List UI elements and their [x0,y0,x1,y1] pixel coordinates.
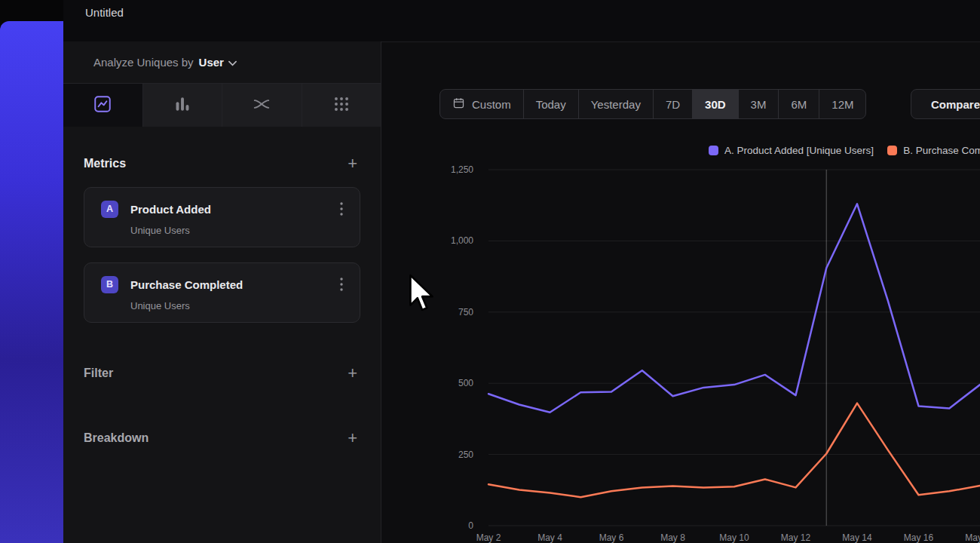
flows-icon [252,94,271,117]
range-today-button[interactable]: Today [523,90,578,118]
add-filter-button[interactable]: + [345,365,360,382]
breakdown-title: Breakdown [84,431,149,445]
chart-type-tabs [63,84,381,127]
svg-text:750: 750 [458,307,473,318]
range-label: Custom [472,98,511,111]
series-b-swatch [887,146,897,155]
svg-text:250: 250 [458,449,473,460]
svg-text:May 16: May 16 [904,532,934,543]
metric-card-purchase-completed[interactable]: B Purchase Completed Unique Users [84,262,360,323]
svg-text:May 18: May 18 [965,532,980,543]
series-a-swatch [709,146,718,155]
retention-grid-icon [332,94,351,117]
svg-text:May 6: May 6 [599,532,624,543]
analyze-by-value: User [199,56,224,69]
range-custom-button[interactable]: Custom [440,90,523,118]
metric-badge: A [101,201,118,218]
series-a-label: A. Product Added [Unique Users] [724,145,874,156]
chevron-down-icon [228,56,237,69]
metric-options-kebab-icon[interactable] [335,275,348,294]
metrics-section-header: Metrics + [84,155,360,172]
sidebar-content: Metrics + A Product Added Unique Users [63,155,381,446]
svg-text:0: 0 [468,520,473,531]
metric-measurement: Unique Users [130,300,348,311]
filter-section-header: Filter + [84,365,360,382]
svg-text:500: 500 [458,378,473,388]
range-3m-button[interactable]: 3M [738,90,779,118]
add-breakdown-button[interactable]: + [345,430,360,446]
line-chart-icon [93,94,112,117]
range-7d-button[interactable]: 7D [653,90,692,118]
tab-flows[interactable] [222,84,302,127]
analyze-label: Analyze Uniques by [93,56,194,69]
series-b-label: B. Purchase Completed [Unique Users] [903,145,980,156]
bar-chart-icon [173,94,192,117]
range-label: 6M [791,98,807,111]
metric-badge: B [101,276,118,293]
legend-item-series-a[interactable]: A. Product Added [Unique Users] [709,145,874,156]
svg-text:May 8: May 8 [660,532,685,543]
range-label: 30D [705,98,726,111]
svg-text:May 2: May 2 [476,532,501,543]
tab-bar-chart[interactable] [143,84,223,127]
metric-card-product-added[interactable]: A Product Added Unique Users [84,187,360,247]
svg-text:1,000: 1,000 [451,235,473,246]
svg-text:May 14: May 14 [842,532,872,543]
chart-legend: A. Product Added [Unique Users] B. Purch… [709,145,980,156]
tab-retention-grid[interactable] [302,84,381,127]
range-label: 12M [831,98,853,111]
calendar-icon [452,97,465,112]
report-header: Untitled [63,0,980,41]
range-30d-button[interactable]: 30D [692,90,738,118]
analyze-row: Analyze Uniques by User [63,41,381,84]
breakdown-section-header: Breakdown + [84,430,360,446]
range-12m-button[interactable]: 12M [819,90,865,118]
legend-item-series-b[interactable]: B. Purchase Completed [Unique Users] [887,145,980,156]
metric-measurement: Unique Users [130,225,348,236]
svg-text:1,250: 1,250 [451,164,473,175]
report-title: Untitled [85,6,124,19]
line-chart-plot[interactable]: 02505007501,0001,250May 2May 4May 6May 8… [381,159,980,543]
add-metric-button[interactable]: + [345,155,360,172]
tab-line-chart[interactable] [63,84,143,127]
date-range-toolbar: Custom Today Yesterday 7D 30D 3M 6M 12M [439,89,866,119]
date-range-segmented-control: Custom Today Yesterday 7D 30D 3M 6M 12M [439,89,866,119]
range-label: Today [536,98,566,111]
decorative-gradient [0,21,63,543]
query-sidebar: Analyze Uniques by User [63,41,381,543]
chart-panel: Custom Today Yesterday 7D 30D 3M 6M 12M … [381,41,980,543]
svg-text:May 12: May 12 [781,532,811,543]
filter-title: Filter [84,367,113,380]
range-yesterday-button[interactable]: Yesterday [578,90,653,118]
analyze-by-dropdown[interactable]: User [199,56,237,69]
svg-text:May 4: May 4 [537,532,562,543]
metric-options-kebab-icon[interactable] [335,199,348,219]
range-label: 7D [666,98,680,111]
metric-name: Product Added [130,203,335,216]
range-6m-button[interactable]: 6M [778,90,819,118]
range-label: 3M [751,98,767,111]
compare-button[interactable]: Compare [911,89,980,119]
metrics-title: Metrics [84,157,126,170]
svg-text:May 10: May 10 [719,532,749,543]
metric-name: Purchase Completed [130,278,335,291]
range-label: Yesterday [591,98,641,111]
app-window: Untitled Analyze Uniques by User [0,0,980,543]
